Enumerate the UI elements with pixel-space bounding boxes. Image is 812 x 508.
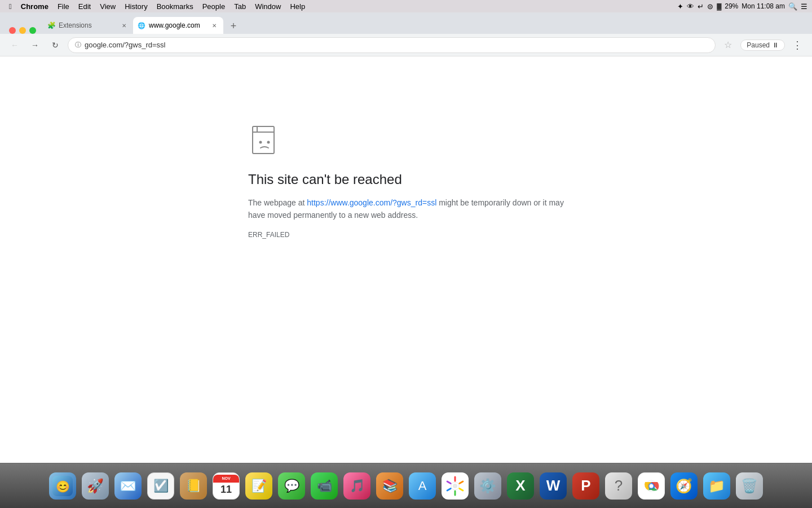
facetime-icon: 📹 [311,472,338,500]
mail-icon: ✉️ [114,472,142,500]
menu-bar-right: ✦ 👁 ↵ ⊜ ▓ 29% Mon 11:08 am 🔍 ☰ [677,2,807,11]
svg-text:😊: 😊 [56,480,70,493]
tab-extensions-favicon: 🧩 [47,21,55,29]
search-icon[interactable]: 🔍 [788,2,797,11]
dock-photos[interactable] [440,471,470,501]
dock-help[interactable]: ? [603,471,634,501]
dock-facetime[interactable]: 📹 [309,471,339,501]
finder-icon: 😊 [49,472,76,500]
minimize-button[interactable] [19,27,26,34]
battery-icon[interactable]: ▓ [717,3,721,10]
dock-files[interactable]: 📁 [701,471,732,501]
dock-reminders[interactable]: ☑️ [145,471,176,501]
battery-percentage: 29% [725,2,738,10]
error-description: The webpage at https://www.google.com/?g… [248,196,564,222]
secure-icon: ⓘ [75,41,81,49]
paused-icon: ⏸ [772,41,779,49]
screencast-icon[interactable]: 👁 [687,2,694,11]
dropbox-icon[interactable]: ✦ [677,2,683,11]
dock-messages[interactable]: 💬 [276,471,307,501]
forward-button[interactable]: → [27,37,43,53]
url-bar[interactable]: ⓘ google.com/?gws_rd=ssl [68,37,716,53]
excel-icon: X [507,472,534,500]
files-icon: 📁 [703,472,730,500]
contacts-icon: 📒 [180,472,207,500]
dock-system-preferences[interactable]: ⚙️ [473,471,503,501]
menu-bookmarks[interactable]: Bookmarks [152,2,198,11]
dock-safari[interactable]: 🧭 [669,471,699,501]
svg-line-15 [447,481,451,484]
dock: 😊 🚀 ✉️ ☑️ 📒 NOV 11 📝 [0,463,812,508]
tab-extensions-title: Extensions [59,21,116,29]
messages-icon: 💬 [278,472,305,500]
menu-people[interactable]: People [198,2,230,11]
tab-bar-left [5,27,43,34]
dock-contacts[interactable]: 📒 [178,471,209,501]
notification-icon[interactable]: ☰ [801,2,807,11]
url-text: google.com/?gws_rd=ssl [85,41,708,49]
svg-line-14 [447,488,451,491]
svg-point-9 [453,484,457,488]
dock-appstore[interactable]: A [407,471,438,501]
notes-icon: 📝 [245,472,272,500]
menu-history[interactable]: History [120,2,152,11]
dock-mail[interactable]: ✉️ [113,471,143,501]
appstore-icon: A [409,472,436,500]
menu-view[interactable]: View [95,2,120,11]
svg-line-12 [460,488,463,491]
menu-chrome[interactable]: Chrome [16,2,53,11]
svg-line-11 [460,481,463,484]
error-desc-before: The webpage at [248,198,307,207]
maximize-button[interactable] [29,27,36,34]
chrome-window: 🧩 Extensions ✕ 🌐 www.google.com ✕ + ← → … [0,12,812,463]
help-icon: ? [605,472,632,500]
menu-window[interactable]: Window [250,2,285,11]
close-button[interactable] [9,27,16,34]
dock-finder[interactable]: 😊 [47,471,78,501]
dock-powerpoint[interactable]: P [571,471,601,501]
menu-edit[interactable]: Edit [74,2,95,11]
dock-books[interactable]: 📚 [374,471,405,501]
tab-bar: 🧩 Extensions ✕ 🌐 www.google.com ✕ + [0,12,812,34]
dock-notes[interactable]: 📝 [244,471,274,501]
chrome-menu-button[interactable]: ⋮ [789,37,805,53]
tab-google-favicon: 🌐 [138,21,145,29]
error-url: https://www.google.com/?gws_rd=ssl [307,198,436,207]
tab-extensions[interactable]: 🧩 Extensions ✕ [43,17,133,34]
paused-badge[interactable]: Paused ⏸ [740,40,785,51]
menu-help[interactable]: Help [285,2,310,11]
apple-menu[interactable]:  [5,2,16,11]
tab-extensions-close[interactable]: ✕ [120,21,129,30]
dock-itunes[interactable]: 🎵 [342,471,372,501]
dock-launchpad[interactable]: 🚀 [80,471,111,501]
tab-bar-tabs: 🧩 Extensions ✕ 🌐 www.google.com ✕ + [43,17,807,34]
dock-chrome[interactable] [636,471,667,501]
svg-point-4 [267,141,270,144]
menu-file[interactable]: File [53,2,74,11]
error-icon [248,124,282,158]
chrome-dock-icon [638,472,665,500]
dock-calendar[interactable]: NOV 11 [211,471,241,501]
window-controls [5,27,41,34]
svg-text:A: A [418,479,427,493]
back-button[interactable]: ← [7,37,23,53]
tab-google-close[interactable]: ✕ [210,21,219,30]
svg-point-3 [259,141,262,144]
reload-button[interactable]: ↻ [47,37,63,53]
tab-google[interactable]: 🌐 www.google.com ✕ [133,17,223,34]
menu-bar:  Chrome File Edit View History Bookmark… [0,0,812,12]
page-content: This site can't be reached The webpage a… [0,56,812,463]
itunes-icon: 🎵 [343,472,370,500]
wifi-icon[interactable]: ⊜ [707,2,713,11]
svg-point-20 [650,484,654,488]
dock-word[interactable]: W [538,471,568,501]
reminders-icon: ☑️ [147,472,174,500]
dock-trash[interactable]: 🗑️ [734,471,765,501]
bookmark-button[interactable]: ☆ [720,37,736,53]
new-tab-button[interactable]: + [226,18,241,34]
menu-tab[interactable]: Tab [230,2,250,11]
paused-label: Paused [747,41,770,49]
error-code: ERR_FAILED [248,231,564,239]
dock-excel[interactable]: X [505,471,536,501]
bluetooth-icon[interactable]: ↵ [698,2,704,11]
